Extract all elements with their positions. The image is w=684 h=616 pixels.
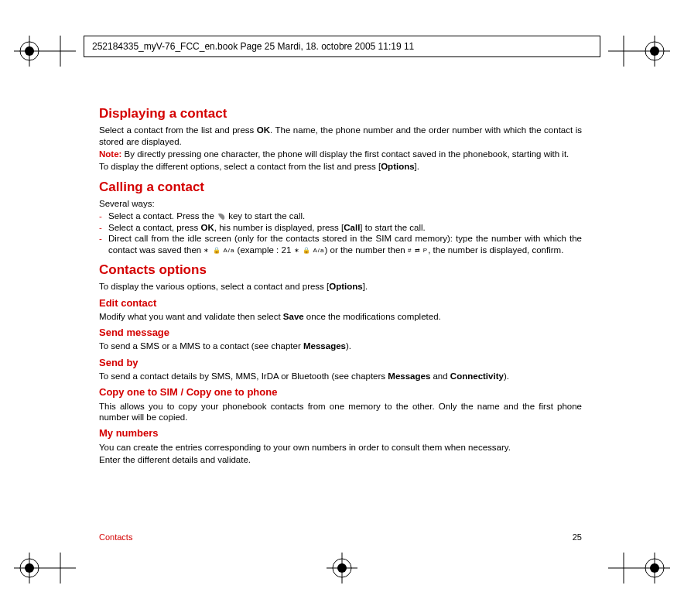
page-content: Displaying a contact Select a contact fr…: [99, 99, 582, 467]
body-text: This allows you to copy your phonebook c…: [99, 401, 582, 423]
footer-section-name: Contacts: [99, 532, 132, 542]
crop-mark-icon: [608, 36, 639, 67]
body-text: Select a contact from the list and press…: [99, 125, 582, 147]
list-item: - Select a contact. Press the key to sta…: [99, 210, 582, 221]
footer-page-number: 25: [573, 532, 582, 542]
page-footer: Contacts 25: [99, 532, 582, 542]
subheading-edit-contact: Edit contact: [99, 297, 582, 310]
subheading-send-by: Send by: [99, 357, 582, 369]
list-item: - Direct call from the idle screen (only…: [99, 233, 582, 255]
registration-mark-icon: [14, 553, 45, 583]
body-text: Modify what you want and validate then s…: [99, 311, 582, 322]
heading-calling-contact: Calling a contact: [99, 179, 582, 195]
star-key-icon: ∗ 🔒 A/a: [294, 246, 325, 253]
crop-mark-icon: [608, 553, 639, 583]
registration-mark-icon: [639, 553, 670, 583]
crop-mark-icon: [45, 36, 76, 67]
bullet-list: - Select a contact. Press the key to sta…: [99, 210, 582, 255]
registration-mark-icon: [327, 553, 357, 583]
body-text: Note: By directly pressing one character…: [99, 149, 582, 159]
body-text: To display the various options, select a…: [99, 281, 582, 292]
registration-mark-icon: [14, 36, 45, 67]
list-item: - Select a contact, press OK, his number…: [99, 222, 582, 233]
subheading-my-numbers: My numbers: [99, 427, 582, 440]
page-header: 252184335_myV-76_FCC_en.book Page 25 Mar…: [84, 36, 600, 57]
hash-key-icon: # ⇄ P: [408, 246, 428, 253]
body-text: To send a contact details by SMS, MMS, I…: [99, 371, 582, 382]
body-text: You can create the entries corresponding…: [99, 442, 582, 453]
subheading-send-message: Send message: [99, 327, 582, 339]
registration-mark-icon: [639, 36, 670, 67]
crop-mark-icon: [45, 553, 76, 583]
body-text: Enter the different details and validate…: [99, 454, 582, 465]
star-key-icon: ∗ 🔒 A/a: [203, 246, 234, 253]
heading-contacts-options: Contacts options: [99, 262, 582, 278]
body-text: To send a SMS or a MMS to a contact (see…: [99, 341, 582, 351]
subheading-copy-sim-phone: Copy one to SIM / Copy one to phone: [99, 386, 582, 399]
call-key-icon: [217, 212, 226, 221]
heading-displaying-contact: Displaying a contact: [99, 105, 582, 121]
body-text: To display the different options, select…: [99, 161, 582, 172]
body-text: Several ways:: [99, 198, 582, 209]
